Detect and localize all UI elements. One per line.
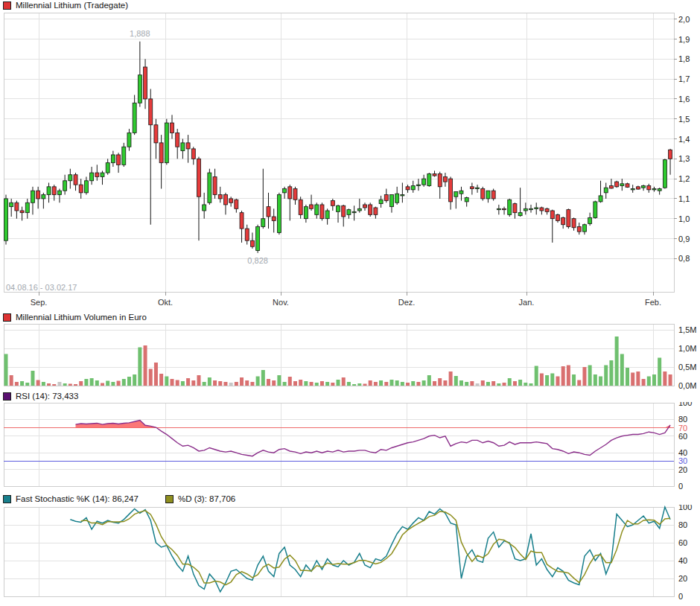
svg-text:Jan.: Jan. [519, 298, 535, 307]
svg-text:Sep.: Sep. [31, 298, 48, 307]
svg-text:Feb.: Feb. [645, 298, 661, 307]
svg-text:1,9: 1,9 [678, 35, 690, 44]
price-series-swatch-icon [3, 1, 11, 10]
rsi-chart-title: RSI (14): 73,433 [16, 392, 78, 401]
svg-text:1,888: 1,888 [130, 29, 150, 38]
svg-text:1,5: 1,5 [678, 115, 690, 124]
stochastic-k-label: Fast Stochastic %K (14): 86,247 [16, 494, 139, 503]
svg-text:70: 70 [678, 424, 687, 433]
svg-text:1,7: 1,7 [678, 74, 690, 83]
gridlines [4, 403, 674, 486]
stock-chart-page: { "page": {"background": "#ffffff", "gri… [0, 0, 700, 606]
svg-text:2,0: 2,0 [678, 15, 690, 24]
svg-text:100: 100 [678, 402, 692, 407]
svg-text:0,0M: 0,0M [678, 381, 696, 390]
svg-text:40: 40 [678, 556, 687, 565]
svg-text:Nov.: Nov. [273, 298, 289, 307]
svg-text:1,8: 1,8 [678, 54, 690, 63]
stochastic-k-legend-item: Fast Stochastic %K (14): 86,247 [3, 494, 139, 503]
svg-text:20: 20 [678, 574, 687, 583]
volume-bars [4, 337, 672, 386]
svg-text:1,2: 1,2 [678, 174, 690, 183]
stochastic-d-swatch-icon [165, 495, 174, 503]
svg-text:40: 40 [678, 448, 687, 457]
svg-text:04.08.16 - 03.02.17: 04.08.16 - 03.02.17 [6, 283, 77, 292]
svg-text:0,8: 0,8 [678, 254, 690, 263]
volume-chart-title: Millennial Lithium Volumen in Euro [16, 313, 147, 322]
rsi-chart-legend: RSI (14): 73,433 [3, 392, 78, 401]
svg-text:1,3: 1,3 [678, 154, 690, 163]
rsi-line [76, 421, 671, 456]
rsi-line-chart: 1008070604030200 [0, 402, 700, 491]
svg-text:1,1: 1,1 [678, 194, 690, 203]
rsi-series-swatch-icon [3, 392, 11, 401]
svg-text:Dez.: Dez. [398, 298, 416, 307]
volume-bar-chart: 1,5M1,0M0,5M0,0M [0, 323, 700, 392]
svg-text:80: 80 [678, 415, 687, 424]
svg-text:1,4: 1,4 [678, 135, 690, 144]
svg-text:0,5M: 0,5M [678, 363, 696, 371]
svg-text:100: 100 [678, 505, 692, 511]
stochastic-d-label: %D (3): 87,706 [178, 494, 235, 503]
stochastic-line-chart: 100806040200 [0, 505, 700, 606]
volume-series-swatch-icon [3, 313, 11, 322]
svg-text:0: 0 [678, 592, 683, 601]
stochastic-d-legend-item: %D (3): 87,706 [165, 494, 235, 503]
svg-text:1,6: 1,6 [678, 95, 690, 103]
svg-text:80: 80 [678, 520, 687, 529]
stochastic-line [70, 507, 670, 592]
svg-text:60: 60 [678, 538, 687, 547]
svg-text:0: 0 [678, 482, 683, 491]
gridlines [4, 13, 674, 293]
price-chart-title: Millennial Lithium (Tradegate) [16, 1, 128, 10]
price-chart-legend: Millennial Lithium (Tradegate) [3, 1, 128, 10]
price-candlestick-chart: Sep.Okt.Nov.Dez.Jan.Feb.1,8880,82804.08.… [0, 12, 700, 310]
volume-chart-legend: Millennial Lithium Volumen in Euro [3, 313, 147, 322]
svg-text:20: 20 [678, 465, 687, 474]
svg-text:1,0M: 1,0M [678, 344, 696, 353]
svg-text:0,828: 0,828 [247, 256, 268, 265]
svg-text:1,5M: 1,5M [678, 325, 696, 334]
stochastic-chart-legend: Fast Stochastic %K (14): 86,247 %D (3): … [3, 494, 258, 503]
svg-text:0,9: 0,9 [678, 235, 690, 243]
svg-text:1,0: 1,0 [678, 214, 690, 223]
stochastic-k-swatch-icon [3, 495, 11, 503]
svg-text:Okt.: Okt. [158, 298, 173, 307]
svg-text:30: 30 [678, 456, 687, 465]
svg-text:60: 60 [678, 432, 687, 441]
rsi-overbought-fill [76, 421, 671, 428]
candles [4, 42, 672, 253]
stochastic-line [81, 511, 670, 585]
